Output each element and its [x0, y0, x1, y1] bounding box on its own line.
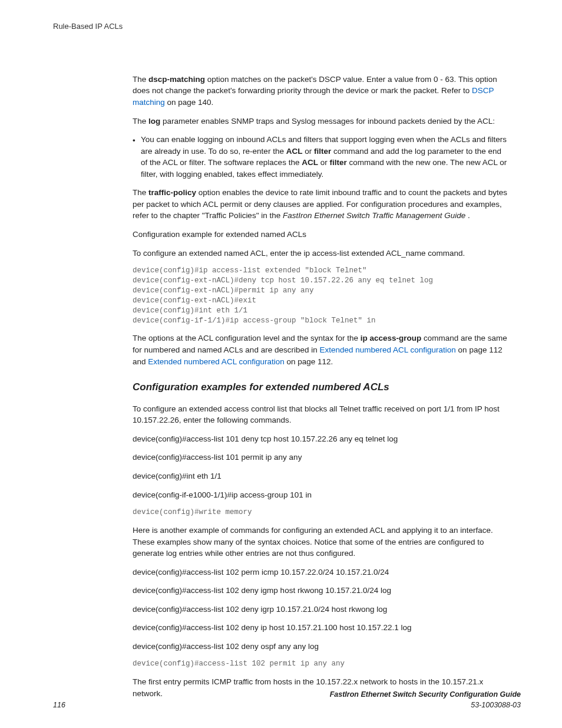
cmd-line: device(config)#access-list 101 deny tcp … — [133, 433, 509, 445]
link-extended-numbered-1[interactable]: Extended numbered ACL configuration — [319, 345, 455, 354]
code-block-write-memory: device(config)#write memory — [133, 508, 509, 518]
cmd-line: device(config-if-e1000-1/1)#ip access-gr… — [133, 489, 509, 501]
paragraph-options-note: The options at the ACL configuration lev… — [133, 332, 509, 367]
page: Rule-Based IP ACLs The dscp-matching opt… — [0, 0, 562, 728]
paragraph-ex-intro: To configure an extended access control … — [133, 403, 509, 426]
cmd-line: device(config)#int eth 1/1 — [133, 470, 509, 482]
cmd-line: device(config)#access-list 102 perm icmp… — [133, 566, 509, 578]
page-number: 116 — [53, 700, 65, 710]
content-body: The dscp-matching option matches on the … — [133, 74, 509, 700]
doc-info: FastIron Ethernet Switch Security Config… — [330, 689, 521, 710]
paragraph-log: The log parameter enables SNMP traps and… — [133, 116, 509, 127]
cmd-line: device(config)#access-list 102 deny ospf… — [133, 641, 509, 653]
code-block-named-acl: device(config)#ip access-list extended "… — [133, 266, 509, 325]
cmd-line: device(config)#access-list 101 permit ip… — [133, 452, 509, 463]
cmd-line: device(config)#access-list 102 deny igmp… — [133, 585, 509, 597]
paragraph-dscp-matching: The dscp-matching option matches on the … — [133, 74, 509, 108]
cmd-line: device(config)#access-list 102 deny ip h… — [133, 622, 509, 634]
bullet-marker: • — [133, 134, 141, 180]
section-heading-config-examples: Configuration examples for extended numb… — [133, 380, 509, 395]
bullet-logging: • You can enable logging on inbound ACLs… — [133, 134, 509, 180]
cmd-line: device(config)#access-list 102 deny igrp… — [133, 604, 509, 615]
paragraph-another-example: Here is another example of commands for … — [133, 525, 509, 559]
paragraph-config-instruction: To configure an extended named ACL, ente… — [133, 248, 509, 259]
link-extended-numbered-2[interactable]: Extended numbered ACL configuration — [148, 357, 284, 366]
page-footer: 116 FastIron Ethernet Switch Security Co… — [53, 689, 521, 710]
paragraph-traffic-policy: The traffic-policy option enables the de… — [133, 187, 509, 222]
running-header: Rule-Based IP ACLs — [53, 21, 509, 32]
paragraph-config-example-heading: Configuration example for extended named… — [133, 229, 509, 241]
code-block-permit-any: device(config)#access-list 102 permit ip… — [133, 659, 509, 669]
